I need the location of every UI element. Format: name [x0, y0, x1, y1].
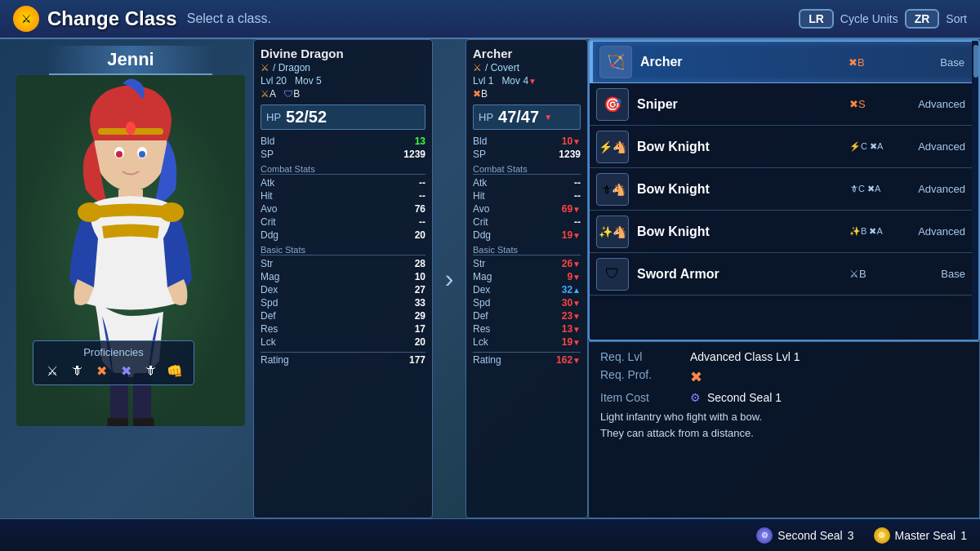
master-seal-icon: ⚙	[874, 527, 890, 544]
prof-icon-fist: 👊	[166, 362, 184, 380]
master-seal-count: 1	[960, 529, 967, 542]
target-class-icon: ⚔	[473, 62, 482, 73]
target-class-level: Lvl 1 Mov 4▼	[473, 75, 581, 87]
prof-icon-bow: ✖	[92, 362, 110, 380]
master-seal-label: Master Seal	[895, 529, 956, 542]
sort-label: Sort	[946, 12, 967, 25]
target-combat-header: Combat Stats	[473, 164, 581, 175]
req-prof-row: Req. Prof. ✖	[600, 368, 968, 386]
archer-prof: ✖B	[849, 56, 898, 69]
second-seal-item: ⚙ Second Seal 3	[756, 527, 853, 544]
bow-knight-3-name: Bow Knight	[637, 224, 849, 239]
prof-icon-sword: ⚔	[43, 362, 61, 380]
proficiencies-title: Proficiencies	[43, 346, 184, 358]
bow-knight-2-icon: 🗡🐴	[596, 173, 629, 206]
sniper-prof: ✖S	[849, 98, 898, 110]
cycle-units-label: Cycle Units	[840, 12, 898, 25]
sniper-icon: 🎯	[596, 88, 629, 121]
current-class-prof: ⚔A 🛡B	[261, 88, 425, 100]
scrollbar-thumb[interactable]	[973, 45, 978, 78]
class-row-sniper[interactable]: 🎯 Sniper ✖S Advanced	[590, 83, 978, 126]
target-class-prof: ✖B	[473, 88, 581, 100]
character-name: Jenni	[49, 46, 212, 75]
class-row-bow-knight-3[interactable]: ✨🐴 Bow Knight ✨B ✖A Advanced	[590, 211, 978, 253]
lr-button[interactable]: LR	[799, 9, 834, 29]
bow-knight-1-tier: Advanced	[908, 140, 965, 153]
class-list-panel: 🏹 Archer ✖B Base 🎯 Sniper ✖S Advanced ⚡🐴…	[588, 39, 980, 341]
header-controls: LR Cycle Units ZR Sort	[799, 9, 967, 29]
svg-point-3	[126, 122, 136, 135]
current-basic-header: Basic Stats	[261, 245, 425, 256]
req-prof-value: ✖	[690, 368, 702, 386]
requirements-panel: Req. Lvl Advanced Class Lvl 1 Req. Prof.…	[588, 341, 980, 518]
current-combat-header: Combat Stats	[261, 164, 425, 175]
bow-knight-2-tier: Advanced	[908, 183, 965, 195]
req-lvl-label: Req. Lvl	[600, 350, 690, 363]
current-class-type: / Dragon	[273, 62, 310, 73]
svg-point-6	[116, 151, 122, 158]
character-image: Proficiencies ⚔ 🗡 ✖ ✖ 🗡 👊	[16, 75, 245, 426]
svg-point-7	[139, 151, 145, 158]
current-class-level: Lvl 20 Mov 5	[261, 75, 425, 87]
sword-armor-tier: Base	[908, 268, 965, 280]
second-seal-icon: ⚙	[756, 527, 773, 544]
sniper-name: Sniper	[637, 97, 849, 112]
sniper-tier: Advanced	[908, 98, 965, 110]
class-row-archer[interactable]: 🏹 Archer ✖B Base	[590, 41, 978, 83]
class-row-bow-knight-1[interactable]: ⚡🐴 Bow Knight ⚡C ✖A Advanced	[590, 126, 978, 168]
req-lvl-value: Advanced Class Lvl 1	[690, 350, 800, 363]
current-bld-row: Bld 13	[261, 135, 425, 148]
bow-knight-3-prof: ✨B ✖A	[849, 226, 898, 237]
bow-knight-2-prof: 🗡C ✖A	[849, 184, 898, 194]
svg-point-10	[159, 202, 184, 222]
proficiencies-box: Proficiencies ⚔ 🗡 ✖ ✖ 🗡 👊	[33, 340, 194, 385]
bow-knight-3-icon: ✨🐴	[596, 216, 629, 248]
footer-bar: ⚙ Second Seal 3 ⚙ Master Seal 1	[0, 518, 980, 551]
req-lvl-row: Req. Lvl Advanced Class Lvl 1	[600, 350, 968, 363]
target-class-type: / Covert	[485, 62, 519, 73]
page-subtitle: Select a class.	[187, 11, 271, 26]
class-description: Light infantry who fight with a bow.They…	[600, 409, 968, 441]
item-cost-row: Item Cost ⚙ Second Seal 1	[600, 391, 968, 404]
page-title: Change Class	[47, 7, 177, 30]
prof-icon-lance: 🗡	[68, 362, 86, 380]
second-seal-count: 3	[848, 529, 854, 542]
sword-armor-icon: 🛡	[596, 258, 629, 291]
current-sp-row: SP 1239	[261, 148, 425, 161]
item-cost-value: ⚙ Second Seal 1	[690, 391, 782, 404]
prof-icon-dagger: 🗡	[141, 362, 159, 380]
current-class-name: Divine Dragon	[261, 47, 425, 60]
app-icon: ⚔	[13, 6, 39, 32]
class-row-sword-armor[interactable]: 🛡 Sword Armor ⚔B Base	[590, 253, 978, 295]
archer-icon: 🏹	[599, 46, 632, 78]
second-seal-label: Second Seal	[777, 529, 842, 542]
item-cost-label: Item Cost	[600, 391, 690, 404]
current-class-sword-icon: ⚔	[261, 62, 270, 73]
prof-icon-cross: ✖	[117, 362, 135, 380]
current-hp-bar: HP 52/52	[261, 104, 425, 130]
bow-knight-2-name: Bow Knight	[637, 182, 849, 197]
seal-icon: ⚙	[690, 391, 701, 404]
target-basic-header: Basic Stats	[473, 245, 581, 256]
class-row-bow-knight-2[interactable]: 🗡🐴 Bow Knight 🗡C ✖A Advanced	[590, 168, 978, 211]
archer-name: Archer	[640, 55, 849, 69]
bow-knight-1-prof: ⚡C ✖A	[849, 141, 898, 152]
bow-knight-1-name: Bow Knight	[637, 140, 849, 154]
bow-knight-3-tier: Advanced	[908, 225, 965, 238]
master-seal-item: ⚙ Master Seal 1	[874, 527, 968, 544]
sword-armor-name: Sword Armor	[637, 267, 849, 282]
archer-tier: Base	[907, 56, 964, 69]
target-stats-panel: Archer ⚔ / Covert Lvl 1 Mov 4▼ ✖B HP 47/…	[466, 39, 588, 518]
header-bar: ⚔ Change Class Select a class. LR Cycle …	[0, 0, 980, 39]
transition-arrow: ›	[433, 39, 466, 518]
req-prof-label: Req. Prof.	[600, 368, 690, 386]
scrollbar[interactable]	[972, 41, 978, 340]
proficiency-icons: ⚔ 🗡 ✖ ✖ 🗡 👊	[43, 362, 184, 380]
current-stats-panel: Divine Dragon ⚔ / Dragon Lvl 20 Mov 5 ⚔A…	[253, 39, 433, 518]
bow-knight-1-icon: ⚡🐴	[596, 131, 629, 163]
target-class-name: Archer	[473, 47, 581, 60]
zr-button[interactable]: ZR	[905, 9, 940, 29]
svg-point-9	[78, 202, 102, 222]
target-hp-bar: HP 47/47 ▼	[473, 104, 581, 130]
sword-armor-prof: ⚔B	[849, 268, 898, 280]
